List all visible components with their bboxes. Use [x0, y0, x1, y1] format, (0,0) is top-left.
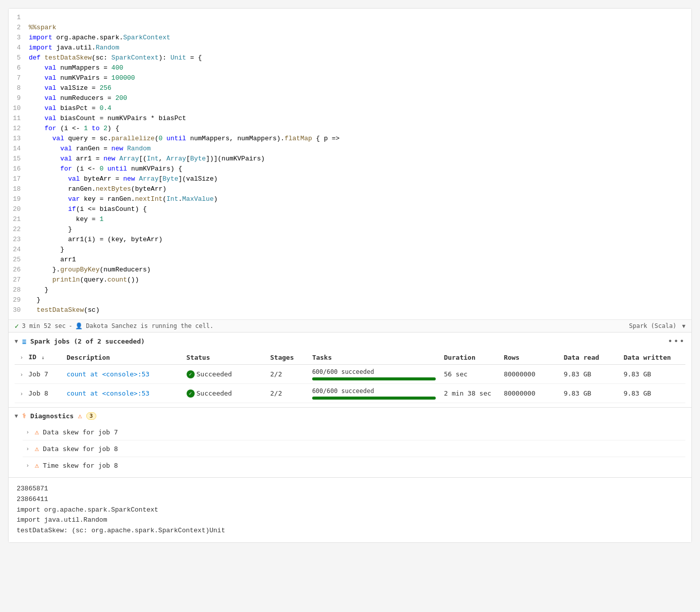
diagnostic-item[interactable]: › ⚠ Data skew for job 8: [23, 440, 685, 457]
line-number: 13: [9, 134, 29, 144]
output-line: 23865871: [17, 484, 683, 494]
more-options-icon[interactable]: •••: [668, 337, 685, 346]
code-line: 8 val valSize = 256: [9, 83, 691, 93]
diag-expand-button[interactable]: ›: [25, 444, 31, 453]
line-content: if(i <= biasCount) {: [29, 204, 691, 214]
line-number: 3: [9, 33, 29, 43]
col-header-description: Description: [63, 350, 183, 365]
cell-runtime: Spark (Scala): [629, 322, 676, 329]
warning-icon: ⚠: [35, 461, 39, 469]
line-content: val biasPct = 0.4: [29, 103, 691, 114]
line-number: 8: [9, 83, 29, 93]
line-content: val numReducers = 200: [29, 93, 691, 103]
code-line: 6 val numMappers = 400: [9, 63, 691, 73]
check-icon: ✓: [15, 322, 19, 330]
diagnostics-header[interactable]: ▼ ⚕ Diagnostics ⚠ 3: [9, 408, 691, 424]
line-number: 17: [9, 174, 29, 184]
col-header-status: Status: [183, 350, 266, 365]
code-line: 19 var key = ranGen.nextInt(Int.MaxValue…: [9, 194, 691, 204]
job-expand-button[interactable]: ›: [19, 370, 25, 378]
col-header-id: › ID ↓: [15, 350, 63, 365]
diag-expand-button[interactable]: ›: [25, 461, 31, 469]
line-content: arr1(i) = (key, byteArr): [29, 235, 691, 245]
line-number: 23: [9, 235, 29, 245]
line-content: val numMappers = 400: [29, 63, 691, 73]
code-area: 12%%spark3import org.apache.spark.SparkC…: [9, 9, 691, 319]
job-status: Succeeded: [187, 390, 262, 398]
job-tasks-cell: 600/600 succeeded: [308, 365, 440, 384]
job-tasks-cell: 600/600 succeeded: [308, 384, 440, 403]
job-status-cell: Succeeded: [183, 384, 266, 403]
job-description-link[interactable]: count at <console>:53: [67, 370, 149, 378]
line-content: for (i <- 0 until numKVPairs) {: [29, 164, 691, 174]
person-icon: 👤: [75, 322, 83, 329]
line-content: }: [29, 245, 691, 255]
line-content: }: [29, 285, 691, 295]
code-line: 14 val ranGen = new Random: [9, 144, 691, 154]
line-number: 1: [9, 13, 29, 23]
table-row[interactable]: › Job 8 count at <console>:53 Succeeded …: [15, 384, 685, 403]
task-bar-bg: [312, 377, 436, 380]
job-status-label: Succeeded: [197, 370, 232, 378]
code-line: 7 val numKVPairs = 100000: [9, 73, 691, 83]
collapse-icon[interactable]: ▼: [15, 338, 18, 345]
line-content: }: [29, 225, 691, 235]
line-number: 12: [9, 124, 29, 134]
job-description-cell: count at <console>:53: [63, 365, 183, 384]
line-number: 15: [9, 154, 29, 164]
code-line: 22 }: [9, 225, 691, 235]
diagnostic-label: Time skew for job 8: [43, 462, 118, 469]
code-line: 27 println(query.count()): [9, 275, 691, 285]
line-content: val valSize = 256: [29, 83, 691, 93]
spark-jobs-header-left: ▼ ≡ Spark jobs (2 of 2 succeeded): [15, 338, 145, 346]
job-rows-cell: 80000000: [500, 365, 560, 384]
diag-expand-button[interactable]: ›: [25, 428, 31, 436]
code-line: 30 testDataSkew(sc): [9, 305, 691, 315]
success-icon: [187, 370, 195, 378]
col-header-data-read: Data read: [560, 350, 620, 365]
task-text: 600/600 succeeded: [312, 368, 374, 375]
job-data-read-cell: 9.83 GB: [560, 384, 620, 403]
table-row[interactable]: › Job 7 count at <console>:53 Succeeded …: [15, 365, 685, 384]
expand-all-button[interactable]: ›: [19, 353, 25, 361]
task-bar: 600/600 succeeded: [312, 387, 436, 400]
chevron-down-icon[interactable]: ▼: [682, 323, 685, 329]
job-id-cell: › Job 8: [15, 384, 63, 403]
diag-collapse-icon[interactable]: ▼: [15, 413, 18, 419]
line-number: 4: [9, 43, 29, 53]
jobs-icon: ≡: [22, 338, 26, 346]
task-bar-bg: [312, 397, 436, 400]
job-status-cell: Succeeded: [183, 365, 266, 384]
diagnostic-item[interactable]: › ⚠ Data skew for job 7: [23, 424, 685, 440]
line-number: 20: [9, 204, 29, 214]
code-line: 12 for (i <- 1 to 2) {: [9, 124, 691, 134]
line-content: ranGen.nextBytes(byteArr): [29, 184, 691, 194]
line-number: 25: [9, 255, 29, 265]
line-content: key = 1: [29, 214, 691, 225]
output-line: import org.apache.spark.SparkContext: [17, 505, 683, 516]
line-content: import org.apache.spark.SparkContext: [29, 33, 691, 43]
code-line: 10 val biasPct = 0.4: [9, 103, 691, 114]
job-description-link[interactable]: count at <console>:53: [67, 390, 149, 397]
line-number: 22: [9, 225, 29, 235]
line-content: println(query.count()): [29, 275, 691, 285]
task-bar-fill: [312, 377, 436, 380]
job-id-cell: › Job 7: [15, 365, 63, 384]
line-content: for (i <- 1 to 2) {: [29, 124, 691, 134]
output-line: 23866411: [17, 494, 683, 505]
status-right: Spark (Scala) ▼: [629, 322, 685, 329]
code-line: 4import java.util.Random: [9, 43, 691, 53]
warning-icon: ⚠: [78, 412, 82, 420]
job-data-read-cell: 9.83 GB: [560, 365, 620, 384]
job-duration-cell: 2 min 38 sec: [440, 384, 500, 403]
line-content: val numKVPairs = 100000: [29, 73, 691, 83]
code-line: 1: [9, 13, 691, 23]
line-number: 27: [9, 275, 29, 285]
task-bar-fill: [312, 397, 436, 400]
diagnostics-title: Diagnostics: [30, 412, 74, 420]
diagnostic-label: Data skew for job 7: [43, 428, 118, 436]
diagnostic-item[interactable]: › ⚠ Time skew for job 8: [23, 457, 685, 473]
job-expand-button[interactable]: ›: [19, 390, 25, 398]
code-line: 24 }: [9, 245, 691, 255]
spark-jobs-header[interactable]: ▼ ≡ Spark jobs (2 of 2 succeeded) •••: [9, 332, 691, 350]
